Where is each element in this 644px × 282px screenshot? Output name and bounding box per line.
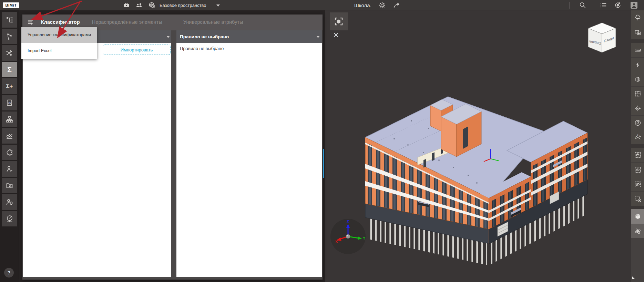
tool-view-cube[interactable]	[631, 209, 644, 224]
tool-folder-share[interactable]	[2, 178, 17, 193]
scene-tree-icon	[634, 14, 641, 21]
tool-ruler[interactable]	[631, 43, 644, 57]
section-axes-icon: 12	[634, 134, 641, 141]
rule-body-area[interactable]: Правило не выбрано	[176, 43, 322, 277]
classifier-select-caret-icon	[166, 36, 170, 38]
section-box-icon	[634, 76, 641, 83]
classifier-panel: Классификатор Нераспределённые элементы …	[22, 14, 323, 280]
rule-body-text: Правило не выбрано	[180, 46, 224, 51]
ruler-icon	[634, 47, 641, 54]
tool-sum[interactable]: Σ	[2, 62, 17, 77]
user-check-icon	[6, 165, 14, 173]
classifier-tree-area[interactable]: Импортировать	[23, 43, 171, 277]
share-icon[interactable]	[393, 1, 400, 9]
tool-user-location[interactable]	[2, 194, 17, 210]
tool-gauge[interactable]	[2, 211, 17, 226]
panel-splitter[interactable]	[323, 149, 324, 178]
floor-plan-icon	[634, 90, 641, 97]
shuffle-icon	[6, 49, 14, 57]
navigation-cube[interactable]: Справа Сзади	[584, 21, 620, 57]
viewport-3d[interactable]: Справа Сзади X Y Z	[325, 10, 631, 282]
axis-y-label: Y	[363, 236, 366, 240]
focus-icon	[334, 16, 344, 27]
tool-plugins[interactable]	[2, 145, 17, 160]
tool-flag[interactable]	[631, 115, 644, 130]
menu-item-import-excel[interactable]: Import Excel	[21, 43, 97, 59]
hamburger-menu-icon	[27, 18, 34, 26]
app-logo: BiMiT	[3, 2, 19, 8]
briefcase-icon[interactable]	[123, 1, 130, 9]
view-cube-icon	[634, 213, 641, 220]
tool-selection-frames[interactable]	[631, 25, 644, 39]
rule-select-caret-icon	[316, 36, 320, 38]
gauge-icon	[6, 215, 14, 223]
model-structure-icon	[6, 16, 14, 24]
rule-select-value: Правило не выбрано	[176, 34, 229, 39]
tab-classifier[interactable]: Классификатор	[41, 19, 80, 25]
tool-shuffle[interactable]	[2, 45, 17, 61]
svg-text:2D: 2D	[8, 101, 11, 104]
flash-icon	[634, 61, 641, 68]
tool-locate[interactable]	[631, 101, 644, 115]
panel-close-button[interactable]	[331, 30, 340, 39]
orbit-icon	[634, 228, 641, 235]
hide-icon	[634, 181, 641, 188]
tool-sum-add[interactable]: Σ+	[2, 78, 17, 94]
flag-icon	[634, 119, 641, 126]
tool-model-structure[interactable]	[2, 12, 17, 28]
workspace-label: Базовое пространство	[160, 3, 206, 8]
search-icon[interactable]	[579, 1, 586, 9]
tool-connections[interactable]	[2, 29, 17, 44]
panel-dropdown-menu: Управление классификаторами Import Excel	[21, 27, 97, 59]
axis-gizmo[interactable]: X Y Z	[329, 217, 367, 255]
left-toolbar: Σ Σ+ 2D ?	[0, 10, 19, 282]
tool-isolate[interactable]	[631, 148, 644, 162]
isolate-icon	[634, 152, 641, 158]
workspace-caret-icon[interactable]	[216, 4, 220, 7]
axis-z-label: Z	[347, 220, 349, 224]
panel-tab-bar: Классификатор Нераспределённые элементы …	[22, 14, 323, 30]
topbar-divider	[569, 2, 570, 9]
selection-frames-icon	[634, 29, 641, 36]
tool-orbit[interactable]	[631, 224, 644, 238]
tool-clear-selection[interactable]	[631, 191, 644, 206]
tool-trends[interactable]	[2, 128, 17, 144]
tab-universal-attributes[interactable]: Универсальные атрибуты	[183, 19, 243, 25]
top-bar: BiMiT Базовое пространство Школа.	[0, 0, 644, 10]
help-button[interactable]: ?	[4, 268, 14, 278]
profile-icon[interactable]	[630, 1, 638, 9]
sum-icon: Σ	[7, 66, 12, 73]
import-button[interactable]: Импортировать	[103, 45, 171, 55]
connections-icon	[6, 32, 14, 41]
resize-corner[interactable]	[632, 276, 635, 279]
tool-2d-view[interactable]: 2D	[2, 95, 17, 110]
rule-select[interactable]: Правило не выбрано	[176, 30, 322, 43]
tool-section-axes[interactable]: 12	[631, 130, 644, 144]
team-icon[interactable]	[135, 1, 143, 9]
tool-show[interactable]	[631, 162, 644, 177]
tool-hide[interactable]	[631, 177, 644, 191]
app-window: BiMiT Базовое пространство Школа.	[0, 0, 644, 282]
svg-text:2: 2	[637, 134, 638, 136]
menu-item-manage-classifiers[interactable]: Управление классификаторами	[21, 27, 97, 43]
tab-unassigned-elements[interactable]: Нераспределённые элементы	[92, 19, 162, 25]
tool-flash[interactable]	[631, 57, 644, 72]
globe-clock-icon[interactable]	[148, 1, 156, 9]
tool-section-box[interactable]	[631, 72, 644, 86]
axis-x-label: X	[335, 240, 338, 244]
plugins-icon	[6, 148, 14, 157]
workspace-select[interactable]: Базовое пространство	[160, 0, 206, 10]
project-title: Школа.	[354, 0, 371, 10]
panel-menu-button[interactable]	[26, 17, 35, 27]
list-icon[interactable]	[600, 1, 607, 9]
focus-button[interactable]	[330, 12, 348, 30]
tool-org-chart[interactable]	[2, 111, 17, 127]
gear-icon[interactable]	[378, 1, 386, 9]
sum-add-icon: Σ+	[6, 83, 13, 89]
tool-user-check[interactable]	[2, 161, 17, 177]
tool-floor-plan[interactable]	[631, 86, 644, 101]
tool-scene-tree[interactable]	[631, 10, 644, 25]
notifications-icon[interactable]	[614, 1, 622, 9]
clear-selection-icon	[634, 195, 641, 202]
svg-text:1: 1	[635, 136, 636, 138]
